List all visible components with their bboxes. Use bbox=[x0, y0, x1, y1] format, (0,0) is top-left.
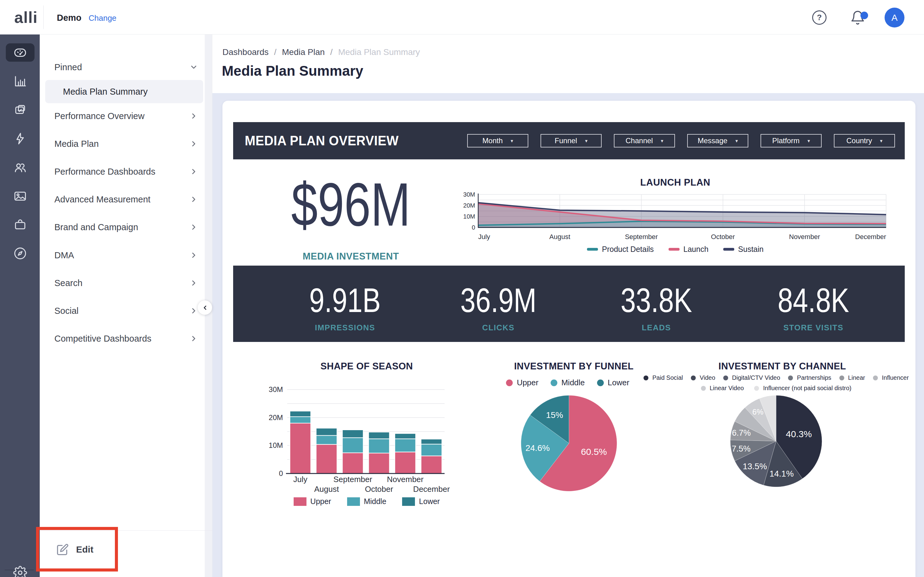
breadcrumb: Dashboards / Media Plan / Media Plan Sum… bbox=[223, 47, 420, 57]
chevron-right-icon bbox=[189, 251, 198, 259]
filter-funnel[interactable]: Funnel▾ bbox=[541, 134, 602, 147]
sidebar-item-media-plan-summary[interactable]: Media Plan Summary bbox=[45, 80, 203, 103]
svg-text:0: 0 bbox=[279, 469, 283, 477]
svg-text:7.5%: 7.5% bbox=[732, 444, 751, 453]
dashboard-card: MEDIA PLAN OVERVIEW Month▾ Funnel▾ Chann… bbox=[223, 101, 916, 577]
notification-badge bbox=[861, 11, 868, 19]
stat-clicks: 36.9M CLICKS bbox=[428, 283, 569, 332]
alli-logo[interactable]: alli bbox=[8, 0, 44, 34]
sidebar-item-advanced-measurement[interactable]: Advanced Measurement bbox=[54, 190, 198, 208]
rail-users-icon[interactable] bbox=[6, 158, 34, 176]
launch-plan-legend: Product DetailsLaunchSustain bbox=[538, 245, 813, 254]
chevron-right-icon bbox=[189, 112, 198, 120]
rail-clipboard-icon[interactable] bbox=[6, 101, 34, 119]
filter-channel[interactable]: Channel▾ bbox=[614, 134, 675, 147]
sidebar-item-performance-dashboards[interactable]: Performance Dashboards bbox=[54, 163, 198, 181]
top-bar: alli Demo Change ? A bbox=[0, 0, 924, 34]
legend-item: Upper bbox=[506, 378, 538, 387]
edit-pencil-icon bbox=[57, 543, 69, 556]
media-investment-value: $96M bbox=[282, 174, 420, 235]
legend-item: Influencer (not paid social distro) bbox=[754, 385, 851, 392]
sidebar-item-search[interactable]: Search bbox=[54, 274, 198, 292]
svg-text:December: December bbox=[413, 485, 450, 494]
sidebar: Pinned Media Plan Summary Performance Ov… bbox=[40, 34, 212, 577]
sidebar-item-brand-and-campaign[interactable]: Brand and Campaign bbox=[54, 218, 198, 236]
rail-bag-icon[interactable] bbox=[6, 216, 34, 234]
svg-text:10M: 10M bbox=[463, 213, 475, 220]
legend-item: Digital/CTV Video bbox=[723, 374, 780, 381]
legend-item: Launch bbox=[669, 245, 709, 254]
rail-dashboard-icon[interactable] bbox=[6, 44, 34, 62]
svg-text:November: November bbox=[789, 233, 820, 240]
sidebar-item-dma[interactable]: DMA bbox=[54, 246, 198, 264]
breadcrumb-dashboards[interactable]: Dashboards bbox=[223, 47, 268, 57]
caret-icon: ▾ bbox=[880, 138, 882, 144]
svg-text:July: July bbox=[293, 475, 307, 484]
rail-settings-gear-icon[interactable] bbox=[6, 564, 34, 577]
caret-icon: ▾ bbox=[735, 138, 738, 144]
investment-by-channel-legend-row2: Linear VideoInfluencer (not paid social … bbox=[654, 385, 898, 392]
sidebar-item-performance-overview[interactable]: Performance Overview bbox=[54, 107, 198, 125]
filter-country[interactable]: Country▾ bbox=[834, 134, 895, 147]
page-title: Media Plan Summary bbox=[222, 63, 363, 79]
rail-bolt-icon[interactable] bbox=[6, 129, 34, 148]
legend-item: Linear bbox=[839, 374, 865, 381]
svg-text:20M: 20M bbox=[463, 202, 475, 209]
svg-text:30M: 30M bbox=[463, 191, 475, 198]
investment-by-channel-legend-row1: Paid SocialVideoDigital/CTV VideoPartner… bbox=[654, 374, 898, 381]
chevron-right-icon bbox=[189, 279, 198, 287]
sidebar-item-media-plan[interactable]: Media Plan bbox=[54, 135, 198, 153]
chevron-right-icon bbox=[189, 334, 198, 343]
legend-item: Influencer bbox=[873, 374, 909, 381]
filter-message[interactable]: Message▾ bbox=[687, 134, 748, 147]
sidebar-item-social[interactable]: Social bbox=[54, 301, 198, 320]
workspace-name: Demo bbox=[57, 13, 82, 23]
rail-compass-icon[interactable] bbox=[6, 244, 34, 263]
investment-by-funnel-title: INVESTMENT BY FUNNEL bbox=[476, 361, 672, 372]
chevron-left-icon bbox=[202, 305, 208, 311]
chevron-right-icon bbox=[189, 223, 198, 231]
svg-text:40.3%: 40.3% bbox=[786, 429, 812, 439]
svg-text:July: July bbox=[478, 233, 490, 240]
chevron-down-icon bbox=[189, 63, 198, 71]
launch-plan-chart: 010M20M30MJulyAugustSeptemberOctoberNove… bbox=[449, 187, 908, 245]
investment-by-funnel-pie: 60.5%24.6%15% bbox=[519, 394, 619, 493]
app-root: alli Demo Change ? A bbox=[0, 0, 924, 577]
investment-by-channel-title: INVESTMENT BY CHANNEL bbox=[685, 361, 880, 372]
filter-platform[interactable]: Platform▾ bbox=[761, 134, 822, 147]
legend-item: Product Details bbox=[587, 245, 654, 254]
filter-month[interactable]: Month▾ bbox=[467, 134, 528, 147]
svg-text:December: December bbox=[855, 233, 886, 240]
svg-text:August: August bbox=[549, 233, 570, 240]
svg-text:0: 0 bbox=[472, 224, 475, 231]
filter-bar: Month▾ Funnel▾ Channel▾ Message▾ Platfor… bbox=[467, 122, 895, 160]
stat-leads: 33.8K LEADS bbox=[586, 283, 727, 332]
chevron-right-icon bbox=[189, 140, 198, 148]
investment-by-channel-pie: 40.3%14.1%13.5%7.5%6.7%6% bbox=[730, 395, 822, 487]
breadcrumb-media-plan[interactable]: Media Plan bbox=[282, 47, 325, 57]
edit-button[interactable]: Edit bbox=[57, 540, 148, 559]
svg-text:60.5%: 60.5% bbox=[581, 446, 607, 457]
svg-text:13.5%: 13.5% bbox=[743, 462, 767, 471]
legend-item: Paid Social bbox=[643, 374, 683, 381]
svg-text:October: October bbox=[365, 485, 393, 494]
sidebar-collapse-button[interactable] bbox=[198, 300, 212, 315]
caret-icon: ▾ bbox=[510, 138, 513, 144]
rail-image-icon[interactable] bbox=[6, 187, 34, 205]
rail-chart-icon[interactable] bbox=[6, 72, 34, 90]
change-workspace-link[interactable]: Change bbox=[89, 13, 116, 23]
launch-plan-title: LAUNCH PLAN bbox=[584, 177, 767, 188]
sidebar-item-competitive-dashboards[interactable]: Competitive Dashboards bbox=[54, 329, 198, 348]
caret-icon: ▾ bbox=[585, 138, 588, 144]
overview-header-bar: MEDIA PLAN OVERVIEW Month▾ Funnel▾ Chann… bbox=[233, 122, 905, 160]
stat-store-visits: 84.8K STORE VISITS bbox=[743, 283, 884, 332]
legend-item: Linear Video bbox=[701, 385, 744, 392]
svg-text:October: October bbox=[711, 233, 735, 240]
help-icon[interactable]: ? bbox=[812, 10, 827, 25]
legend-item: Partnerships bbox=[788, 374, 831, 381]
sidebar-section-pinned[interactable]: Pinned bbox=[54, 58, 198, 76]
main-header: Dashboards / Media Plan / Media Plan Sum… bbox=[212, 34, 924, 93]
legend-item: Lower bbox=[402, 497, 440, 506]
avatar[interactable]: A bbox=[885, 8, 905, 27]
pinned-label: Pinned bbox=[54, 62, 82, 73]
